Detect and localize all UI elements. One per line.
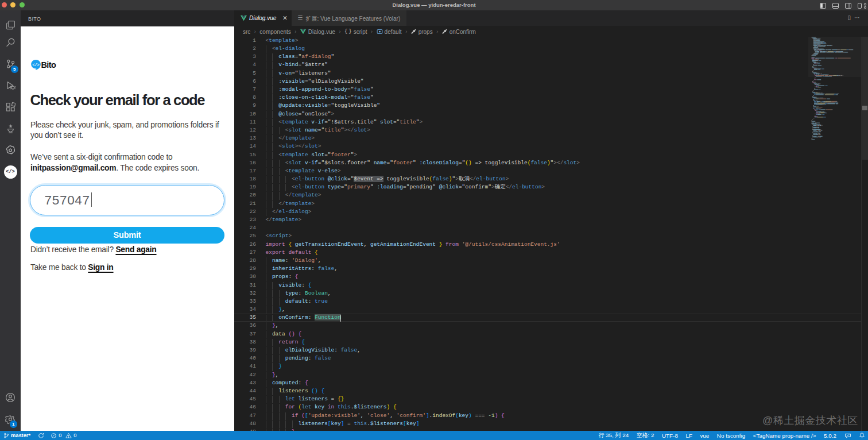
svg-text:</>: </> bbox=[32, 63, 39, 67]
